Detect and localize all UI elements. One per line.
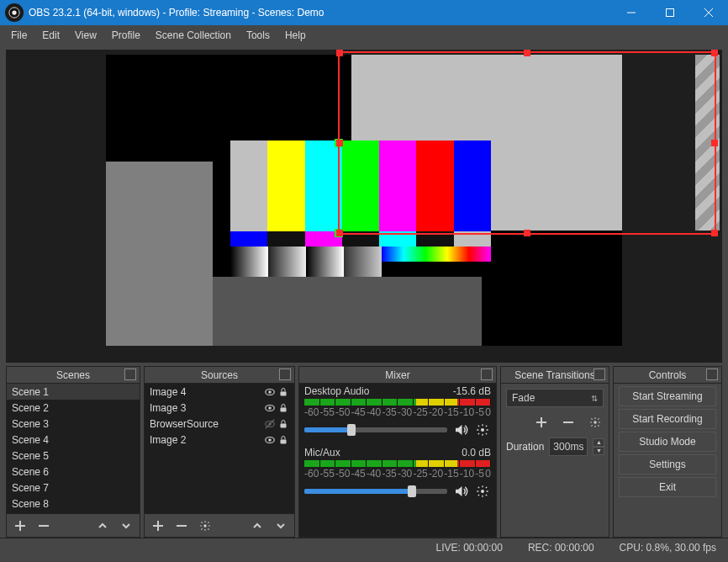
menu-tools[interactable]: Tools (239, 27, 277, 44)
popout-icon[interactable] (124, 368, 136, 380)
channel-settings-button[interactable] (474, 483, 491, 500)
resize-handle[interactable] (336, 50, 343, 56)
resize-handle[interactable] (711, 140, 718, 146)
list-item[interactable]: Scene 5 (7, 448, 140, 464)
popout-icon[interactable] (481, 368, 493, 380)
scene-up-button[interactable] (94, 517, 111, 534)
source-down-button[interactable] (272, 517, 289, 534)
scene-down-button[interactable] (118, 517, 135, 534)
audio-meter (304, 399, 491, 406)
resize-handle[interactable] (711, 230, 718, 236)
window-minimize-button[interactable] (612, 0, 651, 25)
exit-button[interactable]: Exit (619, 477, 716, 497)
add-transition-button[interactable] (533, 414, 550, 431)
resize-handle[interactable] (524, 50, 530, 56)
duration-increment-button[interactable]: ▲ (593, 438, 604, 447)
mixer-header: Mixer (299, 367, 496, 384)
obs-app-icon (5, 3, 24, 22)
list-item[interactable]: Image 3 (145, 400, 294, 416)
source-properties-button[interactable] (197, 517, 214, 534)
list-item[interactable]: Scene 2 (7, 400, 140, 416)
preview-area[interactable] (6, 50, 722, 363)
resize-handle[interactable] (524, 230, 530, 236)
settings-button[interactable]: Settings (619, 454, 716, 475)
menu-view[interactable]: View (67, 27, 104, 44)
list-item[interactable]: Scene 7 (7, 480, 140, 496)
menubar: FileEditViewProfileScene CollectionTools… (0, 25, 728, 45)
sources-list[interactable]: Image 4Image 3BrowserSourceImage 2 (145, 384, 294, 513)
menu-scene-collection[interactable]: Scene Collection (148, 27, 239, 44)
remove-transition-button[interactable] (560, 414, 577, 431)
popout-icon[interactable] (593, 368, 605, 380)
duration-decrement-button[interactable]: ▼ (593, 447, 604, 455)
menu-edit[interactable]: Edit (34, 27, 67, 44)
sources-header: Sources (145, 367, 294, 384)
add-scene-button[interactable] (12, 517, 29, 534)
visibility-toggle-icon[interactable] (264, 434, 276, 446)
list-item[interactable]: Scene 8 (7, 496, 140, 512)
svg-rect-3 (667, 9, 674, 17)
source-image2-part[interactable] (106, 162, 213, 346)
remove-source-button[interactable] (173, 517, 190, 534)
mute-button[interactable] (452, 422, 469, 438)
window-maximize-button[interactable] (651, 0, 689, 25)
lock-icon[interactable] (277, 386, 289, 398)
channel-db: 0.0 dB (462, 447, 491, 459)
channel-settings-button[interactable] (474, 422, 491, 438)
start-streaming-button[interactable]: Start Streaming (619, 386, 716, 406)
svg-point-31 (593, 421, 597, 424)
chevron-updown-icon: ⇅ (591, 394, 598, 403)
popout-icon[interactable] (279, 368, 291, 380)
add-source-button[interactable] (150, 517, 166, 534)
svg-point-26 (481, 428, 484, 432)
resize-handle[interactable] (711, 50, 718, 56)
list-item[interactable]: Image 2 (145, 432, 294, 448)
remove-scene-button[interactable] (35, 517, 52, 534)
scenes-title: Scenes (56, 369, 90, 381)
list-item[interactable]: BrowserSource (145, 416, 294, 432)
svg-point-27 (481, 490, 484, 493)
svg-rect-11 (281, 391, 287, 395)
volume-slider[interactable] (304, 427, 447, 432)
resize-handle[interactable] (336, 140, 343, 146)
visibility-toggle-icon[interactable] (264, 386, 276, 398)
preview-canvas[interactable] (106, 55, 622, 346)
transitions-dock: Scene Transitions Fade ⇅ Duration 300ms … (500, 366, 609, 538)
resize-handle[interactable] (336, 230, 343, 236)
transition-properties-button[interactable] (587, 414, 604, 431)
list-item[interactable]: Scene 9 (7, 512, 140, 513)
mixer-body: Desktop Audio-15.6 dB-60-55-50-45-40-35-… (299, 384, 496, 537)
window-close-button[interactable] (689, 0, 728, 25)
lock-icon[interactable] (277, 402, 289, 414)
titlebar: OBS 23.2.1 (64-bit, windows) - Profile: … (0, 0, 728, 25)
lock-icon[interactable] (277, 418, 289, 430)
mute-button[interactable] (452, 483, 469, 500)
mixer-dock: Mixer Desktop Audio-15.6 dB-60-55-50-45-… (298, 366, 497, 538)
list-item[interactable]: Image 4 (145, 384, 294, 400)
menu-profile[interactable]: Profile (104, 27, 148, 44)
source-image2-part2[interactable] (213, 277, 482, 346)
menu-file[interactable]: File (3, 27, 34, 44)
source-up-button[interactable] (249, 517, 266, 534)
duration-input[interactable]: 300ms (549, 437, 588, 456)
controls-title: Controls (649, 369, 687, 381)
status-cpu: CPU: 0.8%, 30.00 fps (620, 542, 716, 554)
visibility-toggle-icon[interactable] (264, 418, 276, 430)
studio-mode-button[interactable]: Studio Mode (619, 432, 716, 452)
transition-select[interactable]: Fade ⇅ (506, 389, 604, 407)
list-item[interactable]: Scene 6 (7, 464, 140, 480)
list-item[interactable]: Scene 3 (7, 416, 140, 432)
start-recording-button[interactable]: Start Recording (619, 409, 716, 429)
scenes-list[interactable]: Scene 1Scene 2Scene 3Scene 4Scene 5Scene… (7, 384, 140, 513)
visibility-toggle-icon[interactable] (264, 402, 276, 414)
list-item[interactable]: Scene 1 (7, 384, 140, 400)
selection-outline[interactable] (338, 51, 716, 235)
menu-help[interactable]: Help (277, 27, 314, 44)
volume-slider[interactable] (304, 489, 447, 494)
svg-point-10 (268, 390, 272, 394)
lock-icon[interactable] (277, 434, 289, 446)
transitions-header: Scene Transitions (501, 367, 609, 384)
list-item[interactable]: Scene 4 (7, 432, 140, 448)
popout-icon[interactable] (706, 368, 718, 380)
scenes-toolbar (7, 513, 140, 537)
